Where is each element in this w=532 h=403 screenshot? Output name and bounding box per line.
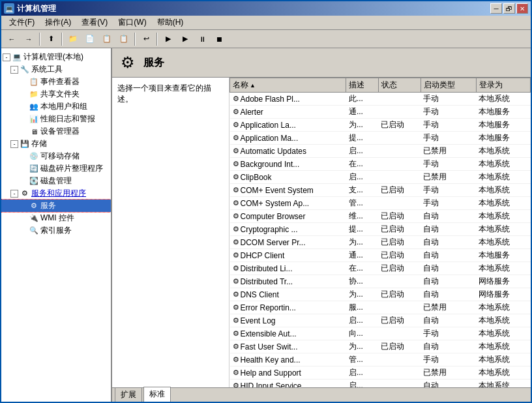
table-row[interactable]: ⚙Distributed Tr... 协... 自动 网络服务 — [230, 275, 531, 288]
table-row[interactable]: ⚙Fast User Swit... 为... 已启动 自动 本地系统 — [230, 340, 531, 353]
table-row[interactable]: ⚙Automatic Updates 启... 已禁用 本地系统 — [230, 145, 531, 158]
folder-button[interactable]: 📁 — [65, 32, 81, 46]
cell-desc: 为... — [346, 340, 378, 353]
tree-item-sys[interactable]: - 🔧 系统工具 — [1, 63, 111, 76]
table-row[interactable]: ⚙Help and Support 启... 已禁用 本地系统 — [230, 366, 531, 380]
services-table-area[interactable]: 名称▲ 描述 状态 启动类型 登录为 ⚙Adobe Flash Pl... 此.… — [229, 78, 531, 387]
table-row[interactable]: ⚙Computer Browser 维... 已启动 自动 本地系统 — [230, 210, 531, 223]
tree-item-storage[interactable]: - 💾 存储 — [1, 138, 111, 150]
cell-logon: 本地系统 — [476, 366, 530, 380]
close-button[interactable]: ✕ — [516, 3, 528, 14]
play-button[interactable]: ▶ — [160, 32, 176, 46]
table-row[interactable]: ⚙Event Log 启... 已启动 自动 本地系统 — [230, 314, 531, 327]
table-row[interactable]: ⚙ClipBook 启... 已禁用 本地系统 — [230, 171, 531, 184]
tree-item-perf[interactable]: 📊 性能日志和警报 — [1, 113, 111, 125]
minimize-button[interactable]: ─ — [490, 3, 502, 14]
cell-name: ⚙COM+ System Ap... — [230, 197, 346, 210]
cell-status: 已启动 — [378, 210, 421, 223]
cell-desc: 启... — [346, 314, 378, 327]
menu-view[interactable]: 查看(V) — [76, 16, 113, 29]
col-status[interactable]: 状态 — [378, 78, 421, 93]
table-row[interactable]: ⚙COM+ System Ap... 管... 手动 本地系统 — [230, 197, 531, 210]
forward-button[interactable]: → — [21, 32, 37, 46]
restore-button[interactable]: 🗗 — [503, 3, 515, 14]
table-row[interactable]: ⚙DCOM Server Pr... 为... 已启动 自动 本地系统 — [230, 236, 531, 249]
cell-logon: 本地服务 — [476, 132, 530, 145]
expand-sys[interactable]: - — [10, 66, 18, 74]
paste-button[interactable]: 📋 — [116, 32, 132, 46]
tree-item-diskmgmt[interactable]: 💽 磁盘管理 — [1, 175, 111, 187]
tree-label-removable: 可移动存储 — [40, 151, 80, 162]
cell-name: ⚙ClipBook — [230, 171, 346, 184]
window-controls: ─ 🗗 ✕ — [490, 3, 528, 14]
cell-startup: 已禁用 — [421, 145, 476, 158]
play2-button[interactable]: ▶ — [177, 32, 193, 46]
col-name[interactable]: 名称▲ — [230, 78, 346, 93]
tree-item-svcapp[interactable]: - ⚙ 服务和应用程序 — [1, 187, 111, 200]
wmi-icon: 🔌 — [29, 213, 39, 224]
pause-button[interactable]: ⏸ — [194, 32, 210, 46]
cell-logon: 本地系统 — [476, 184, 530, 197]
cell-logon: 本地系统 — [476, 210, 530, 223]
back-button[interactable]: ← — [4, 32, 20, 46]
table-row[interactable]: ⚙Application Ma... 提... 手动 本地服务 — [230, 132, 531, 145]
up-button[interactable]: ⬆ — [43, 32, 59, 46]
menu-action[interactable]: 操作(A) — [40, 16, 76, 29]
cell-status — [378, 275, 421, 288]
diskmgmt-icon: 💽 — [29, 176, 39, 187]
tree-item-wmi[interactable]: 🔌 WMI 控件 — [1, 212, 111, 224]
tree-label-services: 服务 — [40, 200, 56, 211]
cell-startup: 手动 — [421, 184, 476, 197]
tree-item-services[interactable]: ⚙ 服务 — [1, 200, 111, 212]
cell-logon: 本地系统 — [476, 353, 530, 366]
cell-logon: 本地系统 — [476, 145, 530, 158]
tree-item-shared[interactable]: 📁 共享文件夹 — [1, 88, 111, 100]
tree-label-svcapp: 服务和应用程序 — [31, 188, 86, 199]
cell-name: ⚙Automatic Updates — [230, 145, 346, 158]
col-logon[interactable]: 登录为 — [476, 78, 530, 93]
menu-window[interactable]: 窗口(W) — [113, 16, 151, 29]
table-row[interactable]: ⚙Extensible Aut... 向... 手动 本地系统 — [230, 327, 531, 340]
undo-button[interactable]: ↩ — [138, 32, 154, 46]
tree-item-root[interactable]: - 💻 计算机管理(本地) — [1, 51, 111, 63]
cell-name: ⚙Distributed Li... — [230, 262, 346, 275]
tab-standard[interactable]: 标准 — [143, 387, 171, 402]
expand-svcapp[interactable]: - — [10, 190, 18, 198]
col-startup[interactable]: 启动类型 — [421, 78, 476, 93]
tree-item-defrag[interactable]: 🔄 磁盘碎片整理程序 — [1, 162, 111, 175]
tree-item-evt[interactable]: 📋 事件查看器 — [1, 76, 111, 88]
tree-label-sys: 系统工具 — [31, 64, 63, 75]
table-row[interactable]: ⚙Cryptographic ... 提... 已启动 自动 本地系统 — [230, 223, 531, 236]
stop-button[interactable]: ⏹ — [211, 32, 227, 46]
table-row[interactable]: ⚙DNS Client 为... 已启动 自动 网络服务 — [230, 288, 531, 301]
table-row[interactable]: ⚙COM+ Event System 支... 已启动 手动 本地系统 — [230, 184, 531, 197]
cell-desc: 服... — [346, 301, 378, 314]
cell-startup: 手动 — [421, 353, 476, 366]
table-row[interactable]: ⚙Health Key and... 管... 手动 本地系统 — [230, 353, 531, 366]
table-row[interactable]: ⚙Distributed Li... 在... 已启动 自动 本地系统 — [230, 262, 531, 275]
menu-file[interactable]: 文件(F) — [4, 16, 40, 29]
systools-icon: 🔧 — [20, 65, 30, 75]
table-row[interactable]: ⚙DHCP Client 通... 已启动 自动 本地服务 — [230, 249, 531, 262]
table-row[interactable]: ⚙Background Int... 在... 手动 本地系统 — [230, 158, 531, 171]
main-window: 💻 计算机管理 ─ 🗗 ✕ 文件(F) 操作(A) 查看(V) 窗口(W) 帮助… — [0, 0, 532, 403]
menu-help[interactable]: 帮助(H) — [152, 16, 189, 29]
table-row[interactable]: ⚙Error Reportin... 服... 已禁用 本地系统 — [230, 301, 531, 314]
cell-name: ⚙Error Reportin... — [230, 301, 346, 314]
tree-item-users[interactable]: 👥 本地用户和组 — [1, 100, 111, 113]
expand-storage[interactable]: - — [10, 140, 18, 148]
tree-item-devmgr[interactable]: 🖥 设备管理器 — [1, 125, 111, 138]
table-row[interactable]: ⚙Adobe Flash Pl... 此... 手动 本地系统 — [230, 93, 531, 106]
cell-startup: 已禁用 — [421, 366, 476, 380]
table-row[interactable]: ⚙HID Input Service 启... 自动 本地系统 — [230, 380, 531, 388]
file-button[interactable]: 📄 — [82, 32, 98, 46]
col-desc[interactable]: 描述 — [346, 78, 378, 93]
tab-expand[interactable]: 扩展 — [115, 387, 142, 402]
cell-logon: 本地系统 — [476, 223, 530, 236]
table-row[interactable]: ⚙Alerter 通... 手动 本地服务 — [230, 106, 531, 119]
tree-item-indexsvc[interactable]: 🔍 索引服务 — [1, 224, 111, 237]
table-row[interactable]: ⚙Application La... 为... 已启动 手动 本地服务 — [230, 119, 531, 132]
tree-item-removable[interactable]: 💿 可移动存储 — [1, 150, 111, 162]
copy-button[interactable]: 📋 — [99, 32, 115, 46]
expand-root[interactable]: - — [3, 53, 10, 61]
